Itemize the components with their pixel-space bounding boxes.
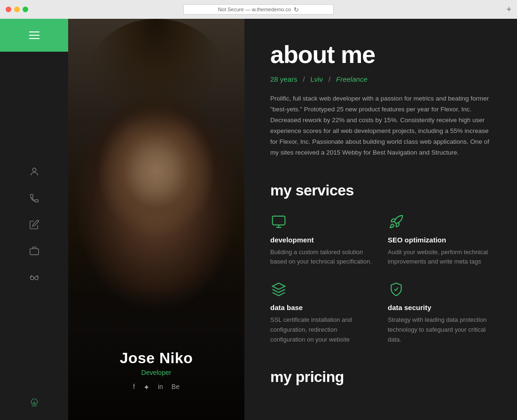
svg-rect-5: [273, 216, 285, 225]
svg-marker-8: [273, 283, 285, 289]
shield-icon: [388, 281, 405, 298]
browser-chrome: Not Secure — w.themedemo.co ↻ +: [0, 0, 517, 19]
profile-name: Jose Niko: [68, 350, 244, 367]
minimize-button[interactable]: [14, 7, 20, 12]
service-database-desc: SSL certificate installation and configu…: [270, 315, 374, 344]
service-security: data security Strategy with leading data…: [388, 281, 491, 344]
sidebar-item-blog[interactable]: [29, 219, 40, 230]
rocket-icon: [388, 213, 405, 230]
main-content[interactable]: about me 28 years / Lviv / Freelance Pro…: [244, 19, 517, 420]
hamburger-icon: [29, 31, 39, 39]
traffic-lights: [6, 7, 28, 12]
refresh-icon[interactable]: ↻: [294, 6, 299, 13]
profile-title: Developer: [68, 369, 244, 376]
close-button[interactable]: [6, 7, 11, 12]
service-seo: SEO optimization Audit your website, per…: [388, 213, 491, 267]
profile-card: Jose Niko Developer f ✦ in Be: [68, 19, 244, 420]
address-text: Not Secure — w.themedemo.co: [218, 7, 291, 12]
social-links: f ✦ in Be: [68, 383, 244, 392]
sidebar-nav: [29, 52, 40, 397]
monitor-icon: [270, 213, 287, 230]
sidebar: [0, 19, 68, 420]
separator-1: /: [303, 76, 305, 83]
service-security-desc: Strategy with leading data protection te…: [388, 315, 491, 344]
svg-point-0: [32, 168, 36, 171]
service-development-name: development: [270, 236, 374, 244]
service-development: development Building a custom tailored s…: [270, 213, 374, 267]
svg-line-10: [396, 288, 398, 291]
service-seo-desc: Audit your website, perform technical im…: [388, 248, 491, 267]
sidebar-item-portfolio[interactable]: [29, 245, 40, 257]
social-linkedin[interactable]: in: [158, 383, 163, 392]
service-seo-name: SEO optimization: [388, 236, 491, 244]
maximize-button[interactable]: [23, 7, 28, 12]
about-section: about me 28 years / Lviv / Freelance Pro…: [270, 42, 491, 158]
service-database-name: data base: [270, 303, 374, 311]
about-location: Lviv: [310, 75, 323, 83]
about-bio: Prolific, full stack web developer with …: [270, 93, 491, 158]
separator-2: /: [329, 76, 330, 83]
layers-icon: [270, 281, 287, 298]
sidebar-item-skills[interactable]: [29, 272, 40, 283]
service-security-name: data security: [388, 303, 491, 311]
pricing-section: my pricing: [270, 368, 491, 386]
browser-content: Jose Niko Developer f ✦ in Be about me 2…: [0, 19, 517, 420]
about-meta: 28 years / Lviv / Freelance: [270, 75, 491, 83]
sidebar-download[interactable]: [29, 397, 40, 409]
about-status: Freelance: [336, 75, 368, 83]
new-tab-button[interactable]: +: [506, 5, 511, 15]
about-age: 28 years: [270, 75, 298, 83]
services-grid: development Building a custom tailored s…: [270, 213, 491, 345]
sidebar-bottom: [29, 397, 40, 420]
address-bar[interactable]: Not Secure — w.themedemo.co ↻: [183, 4, 334, 15]
services-section: my services development Building a custo…: [270, 182, 491, 345]
hair-simulation: [86, 19, 227, 139]
about-title: about me: [270, 42, 491, 67]
social-facebook[interactable]: f: [133, 383, 135, 392]
service-database: data base SSL certificate installation a…: [270, 281, 374, 344]
profile-info: Jose Niko Developer f ✦ in Be: [68, 350, 244, 392]
sidebar-item-about[interactable]: [29, 166, 40, 178]
service-development-desc: Building a custom tailored solution base…: [270, 248, 374, 267]
social-dribbble[interactable]: ✦: [143, 383, 149, 392]
services-title: my services: [270, 182, 491, 199]
pricing-title: my pricing: [270, 368, 491, 386]
menu-button[interactable]: [0, 19, 68, 52]
svg-rect-1: [30, 249, 38, 255]
sidebar-item-contact[interactable]: [29, 193, 40, 204]
social-behance[interactable]: Be: [172, 383, 180, 392]
